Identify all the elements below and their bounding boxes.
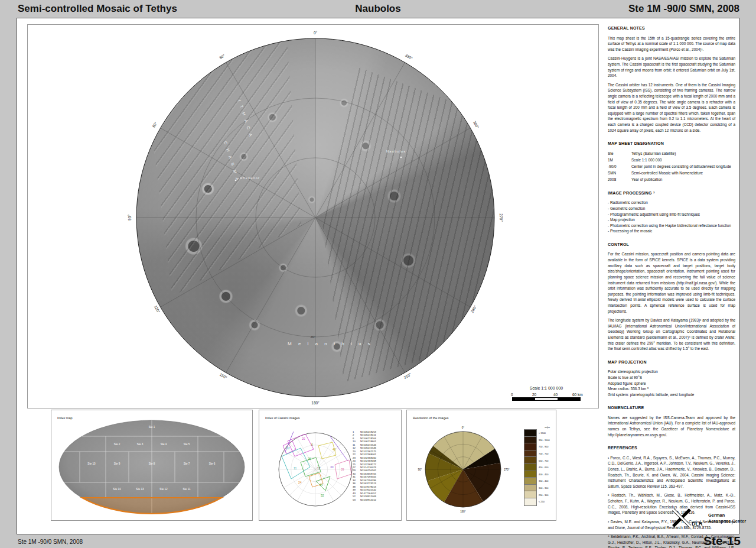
resolution-legend: m/px > 1500 950 - 1500 750 - 950 700 - 7… (524, 426, 550, 505)
map-sheet: 0° 330° 300° 270° 240° 210° 180° 150° 12… (17, 18, 739, 534)
scale-tick-40: 40 (553, 393, 558, 397)
control-p2: The longitude system by Davies and Katay… (608, 317, 735, 352)
footer-sheet-number: Ste-15 (703, 534, 741, 548)
naubolos-point (400, 157, 402, 158)
projection-list: Polar stereographic projection Scale is … (608, 369, 735, 397)
svg-text:39: 39 (341, 468, 344, 471)
control-heading: CONTROL (608, 242, 735, 248)
svg-text:20: 20 (302, 437, 305, 440)
dlr-logo-icon (672, 508, 692, 528)
ithaca-label: I T H A C A (237, 99, 253, 138)
rhexenor-label: Rhexenor (240, 176, 260, 180)
projection-heading: MAP PROJECTION (608, 359, 735, 366)
svg-text:Ste 6: Ste 6 (209, 462, 216, 465)
svg-text:52: 52 (321, 494, 324, 497)
general-notes-heading: GENERAL NOTES (608, 25, 735, 32)
legend-swatch (524, 498, 537, 506)
control-p1: For the Cassini mission, spacecraft posi… (608, 251, 735, 314)
svg-text:300°: 300° (472, 120, 480, 129)
svg-text:Ste 8: Ste 8 (149, 462, 155, 465)
svg-text:30: 30 (330, 465, 334, 469)
designation-row: SMNSemi-controlled Mosaic with Nomenclat… (608, 170, 735, 176)
main-map-panel: 0° 330° 300° 270° 240° 210° 180° 150° 12… (27, 24, 599, 408)
svg-text:22: 22 (286, 446, 290, 450)
latitude-ring-label: -80° (310, 335, 315, 339)
svg-text:180°: 180° (460, 510, 466, 513)
chasma-label: C H A S M A (223, 141, 240, 182)
scale-title: Scale 1:1 000 000 (507, 386, 585, 390)
svg-text:90°: 90° (418, 468, 422, 471)
svg-text:43: 43 (333, 448, 336, 451)
nomenclature-heading: NOMENCLATURE (608, 405, 735, 411)
svg-text:24: 24 (298, 481, 302, 484)
dlr-org-name: German Aerospace Center (708, 513, 746, 524)
scale-tick-60: 60 km (572, 393, 583, 397)
index-map-title: Index map (57, 416, 73, 420)
svg-text:270°: 270° (499, 213, 503, 222)
designation-row: -90/0Center point in degrees consisting … (608, 164, 735, 170)
rhexenor-point (235, 180, 237, 181)
svg-text:90°: 90° (128, 215, 132, 221)
header-bar: Semi-controlled Mosaic of Tethys Naubolo… (0, 0, 756, 17)
svg-text:Ste 14: Ste 14 (113, 488, 121, 491)
designation-row: SteTethys (Saturnian satellite) (608, 151, 735, 157)
cassini-index-title: Index of Cassini images (265, 416, 299, 420)
svg-text:270°: 270° (504, 468, 510, 471)
naubolos-label: Naubolos (386, 150, 406, 153)
scale-seg-3 (558, 398, 580, 400)
scale-tick-labels: 0 20 40 60 km (507, 393, 585, 397)
general-notes-p1: This map sheet is the 15th of a 15-quadr… (608, 35, 735, 53)
image-processing-list: - Radiometric correction - Geometric cor… (608, 200, 735, 234)
svg-text:12: 12 (317, 466, 321, 470)
svg-text:180°: 180° (311, 401, 320, 405)
scale-tick-0: 0 (511, 393, 513, 397)
svg-text:Ste 7: Ste 7 (184, 462, 190, 465)
references-heading: REFERENCES (608, 445, 735, 452)
svg-text:Ste 4: Ste 4 (161, 443, 167, 446)
scale-seg-1 (513, 398, 535, 400)
svg-text:Ste 1: Ste 1 (149, 426, 155, 429)
svg-text:60°: 60° (151, 121, 158, 128)
svg-text:6: 6 (311, 443, 313, 446)
svg-text:Ste 9: Ste 9 (114, 462, 120, 465)
designation-heading: MAP SHEET DESIGNATION (608, 141, 735, 147)
cassini-index-panel: Index of Cassini images (259, 410, 402, 521)
dlr-wordmark: DLR (692, 521, 703, 527)
svg-text:30°: 30° (219, 53, 226, 60)
svg-text:Ste 10: Ste 10 (87, 462, 96, 465)
melanthius-label: M e l a n t h i u s (288, 341, 373, 346)
sheet-designation-title: Ste 1M -90/0 SMN, 2008 (628, 3, 739, 15)
scale-bar: Scale 1:1 000 000 0 20 40 60 km (507, 386, 585, 401)
svg-text:0°: 0° (314, 31, 318, 35)
designation-row: 1MScale 1:1 000 000 (608, 157, 735, 163)
svg-text:0°: 0° (462, 426, 465, 429)
map-graticule-overlay: 0° 330° 300° 270° 240° 210° 180° 150° 12… (28, 25, 598, 408)
current-sheet-highlight (82, 498, 221, 514)
index-map-figure: Ste 1 Ste 2 Ste 3 Ste 4 Ste 5 Ste 10 Ste… (51, 410, 252, 520)
svg-text:330°: 330° (405, 53, 413, 60)
svg-text:Ste 2: Ste 2 (114, 443, 120, 446)
svg-text:Ste 11: Ste 11 (183, 488, 191, 491)
image-id-list: 1N1506218253 2N1506218411 6N1506218564 1… (353, 430, 376, 501)
feature-labels: I T H A C A C H A S M A Rhexenor Naubolo… (223, 99, 406, 346)
svg-text:Ste 12: Ste 12 (159, 488, 168, 491)
legend-unit: m/px (524, 426, 550, 429)
footer-designation: Ste 1M -90/0 SMN, 2008 (18, 539, 83, 545)
general-notes-p3: The Cassini orbiter has 12 instruments. … (608, 82, 735, 133)
index-map-panel: Index map (51, 410, 253, 521)
svg-text:25: 25 (308, 457, 311, 461)
scale-bar-segments (512, 397, 581, 401)
resolution-title: Resolution of the images (413, 416, 449, 420)
dlr-logo-block: DLR German Aerospace Center (672, 508, 748, 531)
marginal-notes-column: GENERAL NOTES This map sheet is the 15th… (608, 23, 735, 548)
cassini-footprint-figure: 20 22 6 12 24 34 30 25 43 52 39 11 (259, 410, 401, 520)
svg-text:11: 11 (294, 466, 296, 470)
nomenclature-p: Names are suggested by the ISS-Camera-Te… (608, 415, 735, 437)
scale-seg-2 (535, 398, 558, 400)
svg-text:Ste 13: Ste 13 (136, 488, 144, 491)
reference-1: ¹ Porco, C.C., West, R.A., Squyres, S., … (608, 455, 735, 489)
svg-text:Ste 3: Ste 3 (137, 443, 144, 446)
resolution-panel: Resolution of the images (406, 410, 556, 521)
svg-text:Ste 5: Ste 5 (184, 443, 190, 446)
designation-row: 2008Year of publication (608, 177, 735, 183)
